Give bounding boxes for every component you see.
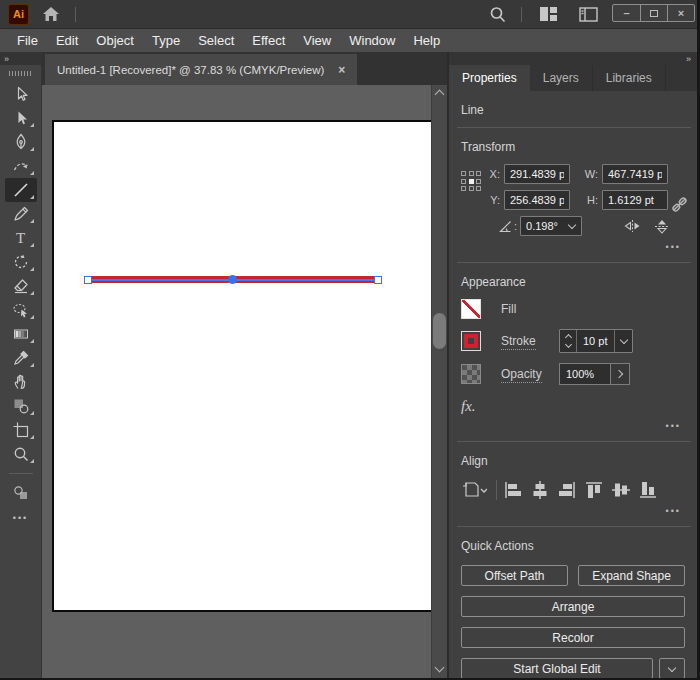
line-segment-tool[interactable]	[5, 178, 37, 202]
tab-properties[interactable]: Properties	[449, 65, 530, 91]
search-icon[interactable]	[489, 6, 506, 23]
tab-layers[interactable]: Layers	[530, 65, 593, 91]
fill-stroke-proxy[interactable]	[5, 481, 37, 505]
shapes-tool[interactable]	[5, 394, 37, 418]
selection-tool[interactable]	[5, 82, 37, 106]
arrange-documents-icon[interactable]	[540, 7, 557, 21]
fill-swatch[interactable]	[461, 299, 481, 319]
align-to-selection-dropdown[interactable]	[461, 480, 487, 500]
menu-edit[interactable]: Edit	[47, 33, 87, 48]
rotation-dropdown[interactable]: 0.198°	[520, 216, 582, 236]
curvature-tool[interactable]	[5, 154, 37, 178]
w-input[interactable]	[602, 164, 668, 184]
horizontal-align-right-icon[interactable]	[557, 480, 577, 500]
arrange-button[interactable]: Arrange	[461, 596, 685, 617]
document-tab-title: Untitled-1 [Recovered]* @ 37.83 % (CMYK/…	[57, 64, 324, 76]
flip-vertical-icon[interactable]	[654, 219, 670, 234]
horizontal-align-left-icon[interactable]	[503, 480, 523, 500]
menu-file[interactable]: File	[8, 33, 47, 48]
menu-object[interactable]: Object	[87, 33, 143, 48]
recolor-button[interactable]: Recolor	[461, 627, 685, 648]
flip-horizontal-icon[interactable]	[624, 219, 641, 233]
artboard-tool[interactable]	[5, 418, 37, 442]
eyedropper-tool[interactable]	[5, 346, 37, 370]
scrollbar-thumb[interactable]	[433, 313, 446, 349]
h-input[interactable]	[602, 190, 668, 210]
rotate-tool[interactable]	[5, 250, 37, 274]
menu-select[interactable]: Select	[189, 33, 243, 48]
opacity-control[interactable]: 100%	[559, 363, 630, 385]
offset-path-button[interactable]: Offset Path	[461, 565, 568, 586]
x-input[interactable]	[504, 164, 570, 184]
illustrator-logo: Ai	[8, 4, 29, 25]
home-icon[interactable]	[42, 6, 60, 22]
close-button[interactable]: ×	[667, 5, 694, 21]
menu-type[interactable]: Type	[143, 33, 189, 48]
zoom-tool[interactable]	[5, 442, 37, 466]
stroke-swatch[interactable]	[461, 331, 481, 351]
titlebar-separator	[521, 7, 522, 22]
appearance-more-options-icon[interactable]: •••	[666, 421, 681, 431]
align-more-options-icon[interactable]: •••	[666, 506, 681, 516]
global-edit-options-dropdown[interactable]	[659, 658, 685, 679]
constrain-proportions-icon[interactable]	[670, 164, 689, 236]
edit-toolbar-ellipsis[interactable]: •••	[0, 513, 41, 523]
horizontal-align-center-icon[interactable]	[530, 480, 550, 500]
type-tool[interactable]: T	[5, 226, 37, 250]
workspace-switcher-icon[interactable]	[579, 7, 598, 22]
stroke-weight-control[interactable]: 10 pt	[559, 329, 633, 353]
scroll-up-icon[interactable]	[435, 90, 445, 100]
transform-heading: Transform	[461, 128, 685, 154]
paintbrush-tool[interactable]	[5, 202, 37, 226]
canvas[interactable]	[42, 85, 447, 678]
vertical-align-top-icon[interactable]	[584, 480, 604, 500]
stroke-label[interactable]: Stroke	[501, 334, 536, 350]
stepper-down-icon[interactable]	[564, 341, 571, 348]
anchor-point-right[interactable]	[374, 276, 382, 284]
anchor-point-center[interactable]	[228, 275, 237, 284]
transform-more-options-icon[interactable]: •••	[666, 242, 681, 252]
eraser-tool[interactable]	[5, 274, 37, 298]
panel-collapse-icon[interactable]: »	[449, 52, 697, 65]
start-global-edit-button[interactable]: Start Global Edit	[461, 658, 653, 679]
reference-point-locator[interactable]	[461, 164, 481, 236]
opacity-swatch[interactable]	[461, 364, 481, 384]
artboard[interactable]	[52, 120, 431, 612]
anchor-point-left[interactable]	[84, 276, 92, 284]
shape-builder-tool[interactable]	[5, 298, 37, 322]
y-label: Y:	[483, 194, 500, 206]
fx-effects-button[interactable]: fx.	[461, 398, 476, 414]
stroke-weight-stepper[interactable]	[560, 330, 577, 352]
vertical-align-bottom-icon[interactable]	[638, 480, 658, 500]
hand-tool[interactable]	[5, 370, 37, 394]
chevron-down-icon[interactable]	[563, 225, 581, 228]
vertical-align-center-icon[interactable]	[611, 480, 631, 500]
appearance-heading: Appearance	[461, 263, 685, 289]
y-input[interactable]	[504, 190, 570, 210]
direct-selection-tool[interactable]	[5, 106, 37, 130]
tools-panel: » T	[0, 52, 42, 678]
toolbar-collapse-icon[interactable]: »	[0, 52, 41, 65]
menu-help[interactable]: Help	[404, 33, 449, 48]
tab-close-icon[interactable]: ×	[338, 63, 345, 77]
expand-shape-button[interactable]: Expand Shape	[578, 565, 685, 586]
vertical-scrollbar[interactable]	[431, 85, 447, 678]
scroll-down-icon[interactable]	[435, 663, 445, 673]
opacity-label[interactable]: Opacity	[501, 367, 542, 383]
menu-effect[interactable]: Effect	[243, 33, 294, 48]
menu-view[interactable]: View	[294, 33, 340, 48]
minimize-button[interactable]: –	[613, 5, 640, 21]
menu-window[interactable]: Window	[340, 33, 404, 48]
tab-libraries[interactable]: Libraries	[593, 65, 666, 91]
opacity-value[interactable]: 100%	[559, 363, 611, 385]
type-tool-glyph: T	[16, 231, 25, 246]
gradient-tool[interactable]	[5, 322, 37, 346]
pen-tool[interactable]	[5, 130, 37, 154]
toolbar-grip[interactable]	[9, 71, 33, 76]
maximize-button[interactable]	[640, 5, 667, 21]
opacity-panel-arrow[interactable]	[611, 363, 630, 385]
chevron-down-icon[interactable]	[614, 330, 632, 352]
stroke-weight-value[interactable]: 10 pt	[577, 330, 614, 352]
document-tab[interactable]: Untitled-1 [Recovered]* @ 37.83 % (CMYK/…	[45, 54, 357, 85]
menubar: File Edit Object Type Select Effect View…	[0, 28, 700, 52]
